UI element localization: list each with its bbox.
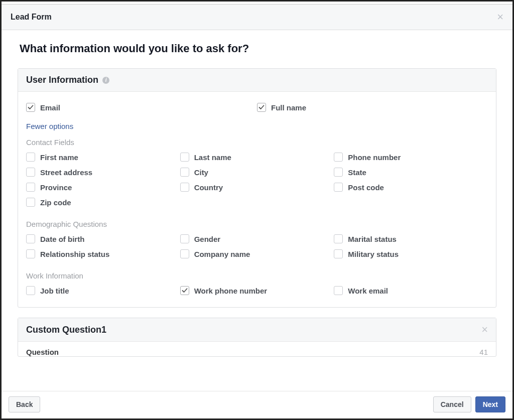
question-char-count: 41 — [479, 348, 488, 356]
checkbox-military-status[interactable]: Military status — [334, 249, 486, 258]
custom-question-row: Question 41 — [18, 342, 496, 356]
checkbox-city[interactable]: City — [180, 168, 332, 177]
checkbox-post-code[interactable]: Post code — [334, 183, 486, 192]
user-information-panel: User Information i Email — [18, 68, 496, 308]
contact-fields-row: First name Last name Phone number Street… — [26, 150, 488, 210]
checkbox-street-address[interactable]: Street address — [26, 168, 178, 177]
contact-fields-label: Contact Fields — [26, 138, 488, 147]
modal-body: What information would you like to ask f… — [2, 30, 512, 391]
question-field-label: Question — [26, 348, 59, 356]
user-information-body: Email Full name Fewer options C — [18, 92, 496, 307]
lead-form-modal: Lead Form × What information would you l… — [0, 0, 514, 420]
modal-header: Lead Form × — [2, 5, 512, 30]
checkbox-marital-status[interactable]: Marital status — [334, 234, 486, 243]
checkbox-province[interactable]: Province — [26, 183, 178, 192]
custom-question-header: Custom Question1 × — [18, 318, 496, 342]
custom-question-panel: Custom Question1 × Question 41 — [18, 318, 496, 357]
checkbox-zip-code[interactable]: Zip code — [26, 198, 178, 207]
checkbox-work-email[interactable]: Work email — [334, 286, 486, 295]
primary-fields-row: Email Full name — [26, 100, 488, 115]
page-title: What information would you like to ask f… — [20, 42, 494, 55]
user-information-title: User Information — [26, 75, 98, 85]
checkbox-full-name[interactable]: Full name — [257, 103, 486, 112]
custom-question-title: Custom Question1 — [26, 325, 106, 335]
back-button[interactable]: Back — [9, 396, 40, 412]
footer-right: Cancel Next — [433, 396, 505, 412]
next-button[interactable]: Next — [475, 396, 505, 412]
checkbox-date-of-birth[interactable]: Date of birth — [26, 234, 178, 243]
modal-footer: Back Cancel Next — [2, 391, 512, 418]
work-info-label: Work Information — [26, 271, 488, 280]
work-info-row: Job title Work phone number Work email — [26, 283, 488, 298]
checkbox-email[interactable]: Email — [26, 103, 255, 112]
checkbox-full-name-label: Full name — [271, 103, 306, 112]
checkbox-state[interactable]: State — [334, 168, 486, 177]
modal-title: Lead Form — [11, 13, 52, 22]
checkbox-last-name[interactable]: Last name — [180, 153, 332, 162]
fewer-options-link[interactable]: Fewer options — [26, 122, 73, 130]
checkbox-email-label: Email — [40, 103, 60, 112]
checkbox-relationship-status[interactable]: Relationship status — [26, 249, 178, 258]
demographic-label: Demographic Questions — [26, 220, 488, 228]
checkbox-country[interactable]: Country — [180, 183, 332, 192]
user-information-header: User Information i — [18, 69, 496, 92]
checkbox-job-title[interactable]: Job title — [26, 286, 178, 295]
checkbox-company-name[interactable]: Company name — [180, 249, 332, 258]
checkbox-phone-number[interactable]: Phone number — [334, 153, 486, 162]
close-icon[interactable]: × — [497, 12, 503, 23]
cancel-button[interactable]: Cancel — [433, 396, 471, 412]
checkbox-work-phone-number[interactable]: Work phone number — [180, 286, 332, 295]
checkbox-first-name[interactable]: First name — [26, 153, 178, 162]
info-icon[interactable]: i — [102, 77, 109, 84]
demographic-row: Date of birth Gender Marital status Rela… — [26, 231, 488, 261]
checkbox-gender[interactable]: Gender — [180, 234, 332, 243]
remove-question-icon[interactable]: × — [481, 324, 488, 335]
